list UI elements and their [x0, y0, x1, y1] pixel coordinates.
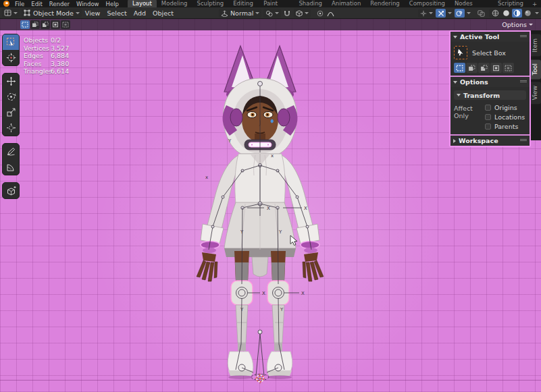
- workspace-tab-texture-paint[interactable]: Texture Paint: [259, 0, 294, 7]
- sidebar-tabs: Item Tool View: [531, 30, 541, 140]
- locations-label: Locations: [494, 113, 525, 121]
- select-mode-intersect-button[interactable]: [503, 63, 514, 73]
- tool-transform[interactable]: [3, 120, 19, 136]
- collapse-arrow-icon: [453, 36, 457, 38]
- stat-value: 0/2: [51, 36, 61, 45]
- xray-toggle[interactable]: [476, 9, 486, 18]
- shading-material-button[interactable]: [512, 9, 522, 18]
- show-overlays-toggle[interactable]: [455, 9, 465, 18]
- active-tool-header[interactable]: Active Tool: [450, 32, 530, 42]
- workspace-tab-scripting[interactable]: Scripting: [493, 0, 528, 7]
- workspace-header[interactable]: Workspace: [450, 136, 530, 146]
- panel-grip-icon[interactable]: [520, 80, 527, 84]
- select-mode-intersect-button[interactable]: [61, 20, 70, 29]
- tool-select-box[interactable]: [3, 34, 19, 50]
- chevron-down-icon[interactable]: [448, 12, 452, 14]
- chevron-down-icon: [305, 12, 309, 14]
- shading-wireframe-button[interactable]: [490, 9, 500, 18]
- select-mode-invert-button[interactable]: [51, 20, 60, 29]
- tool-measure[interactable]: [3, 159, 19, 175]
- origins-checkbox[interactable]: [485, 105, 491, 111]
- proportional-editing-icon: [317, 10, 324, 17]
- add-workspace-button[interactable]: +: [528, 1, 541, 7]
- workspace-tab-layout[interactable]: Layout: [128, 0, 157, 7]
- panel-select-modes: [454, 63, 526, 73]
- show-gizmos-toggle[interactable]: [436, 9, 446, 18]
- menu-window[interactable]: Window: [73, 1, 103, 7]
- chevron-down-icon: [529, 24, 533, 26]
- tool-rotate[interactable]: [3, 89, 19, 105]
- transform-orientation-selector[interactable]: Normal: [219, 9, 261, 18]
- shading-wireframe-icon: [492, 9, 499, 17]
- shading-solid-icon: [503, 9, 510, 17]
- chevron-down-icon[interactable]: [535, 12, 539, 14]
- menu-file[interactable]: File: [11, 1, 28, 7]
- select-mode-subtract-button[interactable]: [478, 63, 490, 73]
- snap-target-selector[interactable]: [294, 9, 311, 18]
- select-mode-invert-button[interactable]: [490, 63, 502, 73]
- menu-add[interactable]: Add: [130, 9, 149, 17]
- snap-toggle[interactable]: [282, 9, 292, 18]
- menu-edit[interactable]: Edit: [28, 1, 45, 7]
- pivot-point-selector[interactable]: [263, 9, 281, 18]
- viewport-options-dropdown[interactable]: Options: [499, 20, 536, 29]
- xray-icon: [478, 10, 485, 17]
- workspace-tab-animation[interactable]: Animation: [327, 0, 365, 7]
- menu-object[interactable]: Object: [149, 9, 177, 17]
- toolbar: [2, 34, 20, 206]
- transform-subpanel-header[interactable]: Transform: [454, 90, 526, 100]
- sidebar-tab-item[interactable]: Item: [531, 34, 541, 57]
- select-mode-new-button[interactable]: [454, 63, 465, 73]
- stat-faces: Faces 3,380: [24, 60, 69, 68]
- workspace-tab-modeling[interactable]: Modeling: [157, 0, 192, 7]
- expand-arrow-icon: [453, 139, 456, 143]
- select-mode-subtract-button[interactable]: [41, 20, 50, 29]
- mode-selector[interactable]: Object Mode: [22, 9, 82, 18]
- collapse-arrow-icon: [453, 81, 457, 84]
- locations-checkbox[interactable]: [485, 114, 491, 120]
- workspace-tab-shading[interactable]: Shading: [294, 0, 327, 7]
- menu-select[interactable]: Select: [103, 9, 130, 17]
- tool-annotate[interactable]: [3, 144, 19, 159]
- workspace-tab-rendering[interactable]: Rendering: [365, 0, 404, 7]
- chevron-down-icon: [76, 12, 80, 14]
- proportional-editing-toggle[interactable]: [315, 9, 325, 18]
- sidebar-tab-tool[interactable]: Tool: [531, 59, 541, 79]
- proportional-falloff-selector[interactable]: [326, 9, 336, 18]
- workspace-tabs: Layout Modeling Sculpting UV Editing Tex…: [128, 0, 541, 7]
- chevron-down-icon[interactable]: [467, 12, 471, 14]
- workspace-tab-uv-editing[interactable]: UV Editing: [228, 0, 259, 7]
- workspace-tab-geometry-nodes[interactable]: Geometry Nodes: [450, 0, 493, 7]
- orientation-normal-icon: [221, 10, 228, 17]
- select-mode-extend-button[interactable]: [30, 20, 40, 29]
- stat-objects: Objects 0/2: [24, 36, 69, 45]
- shading-modes: [489, 9, 540, 18]
- shading-solid-button[interactable]: [501, 9, 511, 18]
- collapse-arrow-icon: [457, 94, 461, 96]
- shading-rendered-button[interactable]: [523, 9, 533, 18]
- select-mode-new-button[interactable]: [20, 20, 30, 29]
- gizmo-settings[interactable]: [418, 9, 435, 18]
- tool-cursor[interactable]: [3, 50, 19, 65]
- select-box-tool-button[interactable]: [454, 46, 467, 59]
- gizmo-icon: [420, 10, 427, 17]
- sidebar-tab-view[interactable]: View: [531, 82, 541, 104]
- panel-grip-icon[interactable]: [520, 139, 527, 142]
- tool-scale[interactable]: [3, 105, 19, 120]
- editor-type-selector[interactable]: [2, 9, 20, 18]
- menu-help[interactable]: Help: [103, 1, 122, 7]
- panel-grip-icon[interactable]: [520, 35, 527, 38]
- menu-view[interactable]: View: [82, 9, 104, 17]
- tool-move[interactable]: [3, 74, 19, 89]
- options-header[interactable]: Options: [450, 77, 530, 87]
- workspace-tab-sculpting[interactable]: Sculpting: [192, 0, 229, 7]
- select-mode-extend-button[interactable]: [466, 63, 478, 73]
- parents-checkbox[interactable]: [485, 123, 491, 130]
- menu-render[interactable]: Render: [46, 1, 73, 7]
- workspace-tab-compositing[interactable]: Compositing: [405, 0, 450, 7]
- sidebar-panel: Active Tool Select Box: [449, 30, 531, 147]
- workspace-title: Workspace: [459, 137, 498, 144]
- snap-target-cube-icon: [296, 10, 303, 17]
- tool-add-cube[interactable]: [3, 183, 19, 198]
- blender-logo-icon[interactable]: [3, 1, 10, 7]
